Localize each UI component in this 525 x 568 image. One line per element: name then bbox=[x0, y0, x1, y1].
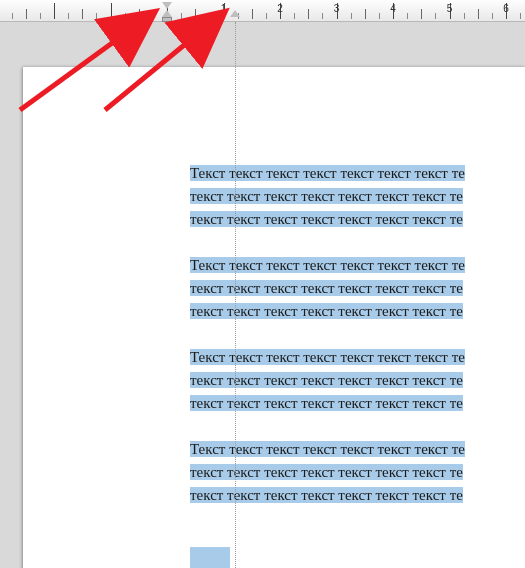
margin-guide-line bbox=[235, 22, 236, 568]
ruler-label: 1 bbox=[221, 3, 227, 14]
ruler-tick bbox=[195, 9, 196, 19]
ruler-tick bbox=[365, 9, 366, 19]
horizontal-ruler[interactable]: 123456 bbox=[0, 0, 525, 22]
text-line: Текст текст текст текст текст текст текс… bbox=[190, 165, 465, 181]
text-line: текст текст текст текст текст текст текс… bbox=[190, 487, 463, 503]
text-line: текст текст текст текст текст текст текс… bbox=[190, 188, 463, 204]
ruler-tick bbox=[26, 9, 27, 19]
first-line-indent-marker[interactable] bbox=[162, 2, 172, 9]
ruler-tick bbox=[478, 9, 479, 19]
workspace: Текст текст текст текст текст текст текс… bbox=[0, 22, 525, 568]
ruler-scale: 123456 bbox=[0, 0, 525, 21]
text-line: текст текст текст текст текст текст текс… bbox=[190, 464, 463, 480]
ruler-label: 5 bbox=[447, 3, 453, 14]
ruler-tick bbox=[82, 9, 83, 19]
ruler-tick bbox=[351, 13, 352, 19]
selected-text-block[interactable]: Текст текст текст текст текст текст текс… bbox=[190, 162, 525, 530]
ruler-tick bbox=[464, 13, 465, 19]
ruler-tick bbox=[153, 13, 154, 19]
ruler-tick bbox=[54, 3, 55, 19]
paragraph: Текст текст текст текст текст текст текс… bbox=[190, 438, 525, 507]
paragraph: Текст текст текст текст текст текст текс… bbox=[190, 346, 525, 415]
ruler-tick bbox=[40, 13, 41, 19]
ruler-tick bbox=[68, 13, 69, 19]
text-line: Текст текст текст текст текст текст текс… bbox=[190, 257, 465, 273]
ruler-label: 3 bbox=[334, 3, 340, 14]
text-line: текст текст текст текст текст текст текс… bbox=[190, 303, 463, 319]
right-indent-marker[interactable] bbox=[230, 10, 240, 17]
ruler-label: 2 bbox=[277, 3, 283, 14]
ruler-tick bbox=[111, 3, 112, 19]
paragraph: Текст текст текст текст текст текст текс… bbox=[190, 162, 525, 231]
ruler-tick bbox=[139, 9, 140, 19]
ruler-tick bbox=[209, 13, 210, 19]
ruler-tick bbox=[12, 13, 13, 19]
ruler-label: 6 bbox=[503, 3, 509, 14]
ruler-tick bbox=[407, 13, 408, 19]
left-indent-marker[interactable] bbox=[162, 10, 172, 17]
document-page[interactable]: Текст текст текст текст текст текст текс… bbox=[23, 67, 525, 568]
ruler-tick bbox=[266, 13, 267, 19]
ruler-tick bbox=[252, 9, 253, 19]
ruler-tick bbox=[125, 13, 126, 19]
text-line: Текст текст текст текст текст текст текс… bbox=[190, 441, 465, 457]
ruler-tick bbox=[322, 13, 323, 19]
ruler-tick bbox=[96, 13, 97, 19]
text-line: текст текст текст текст текст текст текс… bbox=[190, 395, 463, 411]
text-line: Текст текст текст текст текст текст текс… bbox=[190, 349, 465, 365]
ruler-tick bbox=[181, 13, 182, 19]
ruler-tick bbox=[294, 13, 295, 19]
word-processor-view: 123456 Текст текст текст текст текст тек… bbox=[0, 0, 525, 568]
ruler-tick bbox=[308, 9, 309, 19]
ruler-tick bbox=[492, 13, 493, 19]
text-line: текст текст текст текст текст текст текс… bbox=[190, 372, 463, 388]
paragraph: Текст текст текст текст текст текст текс… bbox=[190, 254, 525, 323]
selection-tail bbox=[190, 547, 230, 568]
ruler-tick bbox=[421, 9, 422, 19]
ruler-tick bbox=[435, 13, 436, 19]
ruler-label: 4 bbox=[390, 3, 396, 14]
text-line: текст текст текст текст текст текст текс… bbox=[190, 211, 463, 227]
ruler-tick bbox=[379, 13, 380, 19]
text-line: текст текст текст текст текст текст текс… bbox=[190, 280, 463, 296]
ruler-tick bbox=[520, 13, 521, 19]
